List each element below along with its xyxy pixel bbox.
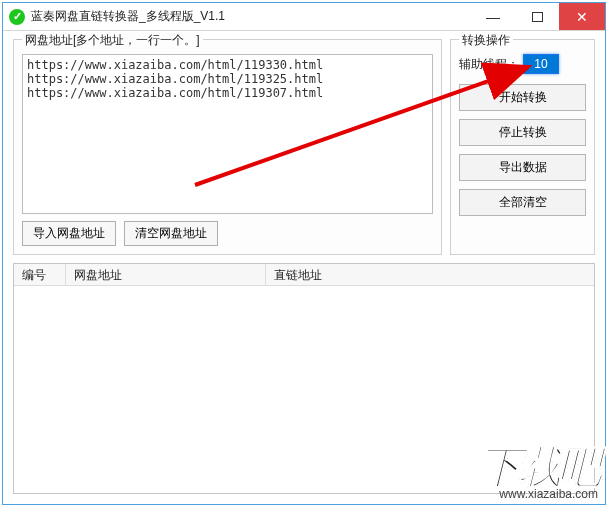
import-address-button[interactable]: 导入网盘地址	[22, 221, 116, 246]
top-row: 网盘地址[多个地址，一行一个。] 导入网盘地址 清空网盘地址 转换操作 辅助线程…	[13, 39, 595, 255]
thread-row: 辅助线程：	[459, 54, 586, 74]
operations-group-label: 转换操作	[459, 32, 513, 49]
col-pan-url[interactable]: 网盘地址	[66, 264, 266, 285]
table-header: 编号 网盘地址 直链地址	[14, 264, 594, 286]
export-data-button[interactable]: 导出数据	[459, 154, 586, 181]
app-icon: ✓	[9, 9, 25, 25]
content-area: 网盘地址[多个地址，一行一个。] 导入网盘地址 清空网盘地址 转换操作 辅助线程…	[3, 31, 605, 504]
window-title: 蓝奏网盘直链转换器_多线程版_V1.1	[31, 8, 471, 25]
titlebar: ✓ 蓝奏网盘直链转换器_多线程版_V1.1 — ✕	[3, 3, 605, 31]
address-group-label: 网盘地址[多个地址，一行一个。]	[22, 32, 203, 49]
start-convert-button[interactable]: 开始转换	[459, 84, 586, 111]
stop-convert-button[interactable]: 停止转换	[459, 119, 586, 146]
app-window: ✓ 蓝奏网盘直链转换器_多线程版_V1.1 — ✕ 网盘地址[多个地址，一行一个…	[2, 2, 606, 505]
thread-input[interactable]	[523, 54, 559, 74]
clear-all-button[interactable]: 全部清空	[459, 189, 586, 216]
table-body	[14, 286, 594, 493]
close-button[interactable]: ✕	[559, 3, 605, 30]
col-index[interactable]: 编号	[14, 264, 66, 285]
maximize-button[interactable]	[515, 3, 559, 30]
thread-label: 辅助线程：	[459, 56, 519, 73]
window-controls: — ✕	[471, 3, 605, 30]
svg-rect-0	[532, 12, 542, 21]
result-table: 编号 网盘地址 直链地址	[13, 263, 595, 494]
minimize-button[interactable]: —	[471, 3, 515, 30]
address-group: 网盘地址[多个地址，一行一个。] 导入网盘地址 清空网盘地址	[13, 39, 442, 255]
clear-address-button[interactable]: 清空网盘地址	[124, 221, 218, 246]
address-textarea[interactable]	[22, 54, 433, 214]
address-buttons: 导入网盘地址 清空网盘地址	[22, 221, 433, 246]
operations-group: 转换操作 辅助线程： 开始转换 停止转换 导出数据 全部清空	[450, 39, 595, 255]
col-direct-url[interactable]: 直链地址	[266, 264, 594, 285]
